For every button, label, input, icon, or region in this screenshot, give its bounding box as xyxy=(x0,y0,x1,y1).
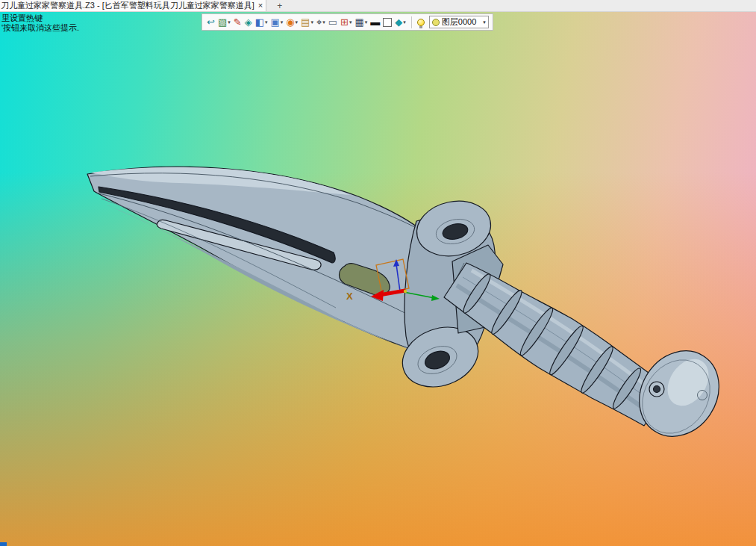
display-mode-icon[interactable]: ▦▾ xyxy=(354,15,368,29)
panel-icon[interactable]: ▤▾ xyxy=(300,15,314,29)
iso-view-icon[interactable]: ◈ xyxy=(244,15,253,29)
select-rect-icon-glyph: ▭ xyxy=(328,16,337,28)
dropdown-caret[interactable]: ▾ xyxy=(310,19,313,25)
panel-icon-glyph: ▤ xyxy=(301,16,310,28)
layer-color-swatch-icon xyxy=(432,19,440,26)
display-mode-icon-glyph: ▦ xyxy=(354,16,363,28)
hint-line-1: 里设置热键 xyxy=(1,13,79,23)
view-cube-icon-glyph: ◧ xyxy=(255,16,264,28)
sketch-pen-icon[interactable]: ✎ xyxy=(233,15,243,29)
dropdown-caret[interactable]: ▾ xyxy=(403,19,406,25)
dagger-model[interactable] xyxy=(87,167,735,451)
view-cube-icon[interactable]: ◧▾ xyxy=(254,15,269,29)
window-mode-icon-glyph: ▣ xyxy=(270,16,279,28)
dropdown-caret[interactable]: ▾ xyxy=(365,19,368,25)
tab-title: 刀儿童过家家警察道具.Z3 - [匕首军警塑料玩具刀儿童过家家警察道具] xyxy=(1,0,254,11)
rotate-view-icon-glyph: ◉ xyxy=(286,16,294,28)
layer-bulb-icon[interactable] xyxy=(416,15,425,29)
render-mode-icon[interactable]: ▧▾ xyxy=(217,15,231,29)
dagger-pommel[interactable] xyxy=(623,335,735,451)
dagger-handle[interactable] xyxy=(444,263,669,426)
window-mode-icon[interactable]: ▣▾ xyxy=(269,15,284,29)
sketch-pen-icon-glyph: ✎ xyxy=(234,16,242,28)
tab-bar: 刀儿童过家家警察道具.Z3 - [匕首军警塑料玩具刀儿童过家家警察道具] × + xyxy=(0,0,756,12)
x-axis-label: X xyxy=(346,291,353,302)
view-toolbar: ↩ ▧▾ ✎ ◈ ◧▾ ▣▾ ◉▾ ▤▾ ⌖▾ ▭ ⊞▾ ▦▾ ▬ ◆▾ 图层0… xyxy=(202,13,493,31)
locate-icon-glyph: ⌖ xyxy=(316,16,322,28)
dropdown-caret[interactable]: ▾ xyxy=(265,19,268,25)
new-tab-button[interactable]: + xyxy=(277,1,282,10)
hint-line-2: '按钮来取消这些提示. xyxy=(1,23,79,33)
dropdown-caret[interactable]: ▾ xyxy=(349,19,352,25)
render-mode-icon-glyph: ▧ xyxy=(218,16,227,28)
exit-icon[interactable]: ↩ xyxy=(206,15,216,29)
line-width-icon-glyph: ▬ xyxy=(370,16,380,28)
dropdown-caret[interactable]: ▾ xyxy=(281,19,284,25)
iso-view-icon-glyph: ◈ xyxy=(245,16,252,28)
exit-icon-glyph: ↩ xyxy=(207,16,215,28)
section-view-icon-glyph: ⊞ xyxy=(340,16,349,28)
tab-close-icon[interactable]: × xyxy=(258,1,263,10)
hint-text: 里设置热键 '按钮来取消这些提示. xyxy=(1,13,79,33)
dagger-blade[interactable] xyxy=(87,167,422,350)
white-swatch-icon[interactable] xyxy=(382,15,393,29)
surface-shape-icon-glyph: ◆ xyxy=(395,16,402,28)
layer-dropdown-caret[interactable]: ▾ xyxy=(483,19,486,25)
surface-shape-icon[interactable]: ◆▾ xyxy=(394,15,407,29)
toolbar-separator xyxy=(411,16,412,28)
dropdown-caret[interactable]: ▾ xyxy=(228,19,231,25)
rotate-view-icon[interactable]: ◉▾ xyxy=(285,15,299,29)
section-view-icon[interactable]: ⊞▾ xyxy=(340,15,352,29)
locate-icon[interactable]: ⌖▾ xyxy=(316,15,326,29)
taskbar-sliver xyxy=(0,542,7,546)
layer-selector[interactable]: 图层0000 ▾ xyxy=(429,16,489,28)
dropdown-caret[interactable]: ▾ xyxy=(322,19,325,25)
document-tab[interactable]: 刀儿童过家家警察道具.Z3 - [匕首军警塑料玩具刀儿童过家家警察道具] × xyxy=(0,0,266,11)
white-swatch-icon-glyph xyxy=(383,18,392,27)
layer-name-label: 图层0000 xyxy=(442,16,476,28)
lightbulb-icon xyxy=(417,19,425,26)
model-canvas: X xyxy=(0,0,756,546)
dropdown-caret[interactable]: ▾ xyxy=(296,19,299,25)
line-width-icon[interactable]: ▬ xyxy=(369,15,381,29)
select-rect-icon[interactable]: ▭ xyxy=(328,15,338,29)
